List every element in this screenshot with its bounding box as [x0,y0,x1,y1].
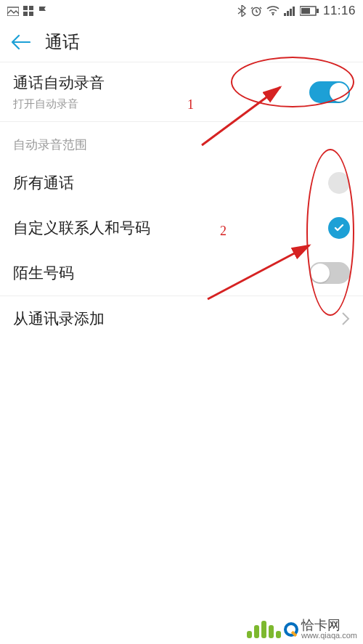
section-title-scope: 自动录音范围 [0,122,363,160]
row-add-from-contacts[interactable]: 从通讯录添加 [0,296,363,341]
row-unknown-numbers[interactable]: 陌生号码 [0,250,363,295]
photo-icon [7,6,19,16]
all-calls-label: 所有通话 [13,173,74,193]
svg-rect-9 [290,9,292,16]
chevron-right-icon [341,311,350,326]
svg-rect-2 [29,6,33,10]
svg-rect-3 [23,12,28,16]
signal-icon [284,6,295,16]
back-arrow-icon[interactable] [10,33,30,51]
battery-icon [300,6,319,16]
svg-rect-10 [293,7,295,16]
alarm-icon [250,5,262,17]
add-from-contacts-label: 从通讯录添加 [13,309,105,329]
watermark-q-icon [284,622,298,637]
svg-rect-13 [317,9,319,13]
svg-rect-12 [301,8,310,14]
unknown-numbers-toggle[interactable] [309,262,350,284]
watermark-bars-icon [247,621,281,638]
row-all-calls[interactable]: 所有通话 [0,160,363,205]
custom-contacts-radio[interactable] [328,217,350,239]
svg-point-6 [272,14,274,15]
all-calls-radio[interactable] [328,172,350,194]
auto-record-subtitle: 打开自动录音 [13,97,105,111]
status-bar: 11:16 [0,0,363,22]
flag-icon [38,6,48,16]
watermark-name: 恰卡网 [301,619,357,632]
title-bar: 通话 [0,22,363,62]
svg-rect-1 [23,6,28,10]
auto-record-title: 通话自动录音 [13,73,105,93]
svg-rect-8 [287,11,289,16]
wifi-icon [266,6,280,16]
row-auto-record[interactable]: 通话自动录音 打开自动录音 [0,62,363,121]
custom-contacts-label: 自定义联系人和号码 [13,218,150,238]
row-custom-contacts[interactable]: 自定义联系人和号码 [0,205,363,250]
watermark-url: www.qiaqa.com [301,632,357,640]
status-time: 11:16 [323,4,356,18]
bluetooth-icon [237,5,246,17]
auto-record-toggle[interactable] [309,81,350,103]
svg-rect-7 [284,13,286,16]
unknown-numbers-label: 陌生号码 [13,263,74,283]
watermark: 恰卡网 www.qiaqa.com [247,619,357,640]
svg-rect-4 [29,12,33,16]
page-title: 通话 [45,30,80,54]
grid-icon [23,6,33,16]
